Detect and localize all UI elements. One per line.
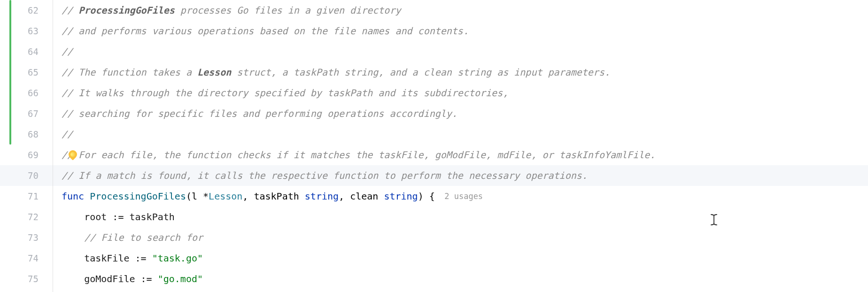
code-token: Lesson (197, 67, 231, 78)
gutter: 6263646566676869707172737475 (0, 0, 53, 292)
code-token: // File to search for (84, 232, 203, 243)
line-number: 71 (0, 186, 39, 207)
code-line[interactable]: // searching for specific files and perf… (62, 103, 457, 124)
code-token: // For each file, the function checks if… (62, 149, 655, 161)
code-line[interactable]: root := taskPath (62, 207, 175, 227)
code-token: struct, a taskPath string, and a clean s… (231, 67, 610, 78)
code-token: func (62, 191, 90, 202)
code-token: string (384, 191, 418, 202)
code-line[interactable]: // ProcessingGoFiles processes Go files … (62, 0, 401, 21)
code-token: , clean (339, 191, 384, 202)
code-token: ProcessingGoFiles (78, 5, 175, 16)
text-cursor-icon (711, 214, 717, 225)
code-token: // (62, 5, 78, 16)
line-number: 64 (0, 41, 39, 62)
code-token: // It walks through the directory specif… (62, 87, 508, 99)
code-token: ProcessingGoFiles (90, 191, 186, 202)
code-token: // (62, 129, 73, 140)
code-line[interactable]: func ProcessingGoFiles(l *Lesson, taskPa… (62, 186, 483, 207)
code-token: (l * (186, 191, 209, 202)
line-number: 66 (0, 83, 39, 103)
line-number: 62 (0, 0, 39, 21)
code-token: string (305, 191, 339, 202)
code-token: goModFile := (62, 273, 158, 284)
code-token: "task.go" (152, 253, 203, 264)
code-token: // The function takes a (62, 67, 197, 78)
line-number: 68 (0, 124, 39, 145)
code-line[interactable]: // The function takes a Lesson struct, a… (62, 62, 610, 83)
code-token: ) { (418, 191, 435, 202)
code-token: // (62, 46, 73, 57)
code-line[interactable]: // If a match is found, it calls the res… (62, 165, 588, 186)
code-token: 2 usages (435, 192, 483, 201)
code-line[interactable]: // File to search for (62, 227, 203, 248)
code-line[interactable]: // For each file, the function checks if… (62, 145, 655, 165)
code-token: "go.mod" (158, 273, 203, 284)
code-editor[interactable]: 6263646566676869707172737475 // Processi… (0, 0, 868, 292)
line-number: 69 (0, 145, 39, 165)
code-line[interactable]: taskFile := "task.go" (62, 248, 203, 269)
code-token: // If a match is found, it calls the res… (62, 170, 588, 181)
code-area[interactable]: // ProcessingGoFiles processes Go files … (53, 0, 868, 292)
line-number: 73 (0, 227, 39, 248)
line-number: 63 (0, 21, 39, 41)
code-token: // and performs various operations based… (62, 25, 469, 37)
line-number: 67 (0, 103, 39, 124)
code-line[interactable]: goModFile := "go.mod" (62, 269, 203, 289)
code-line[interactable]: // (62, 41, 73, 62)
code-token: Lesson (209, 191, 242, 202)
code-token: taskFile := (62, 253, 152, 264)
code-token: , taskPath (242, 191, 304, 202)
line-number: 75 (0, 269, 39, 289)
code-line[interactable]: // and performs various operations based… (62, 21, 469, 41)
code-token: processes Go files in a given directory (175, 5, 401, 16)
code-token: // searching for specific files and perf… (62, 108, 457, 119)
code-line[interactable]: // (62, 124, 73, 145)
code-token: root := taskPath (62, 211, 175, 223)
line-number: 70 (0, 165, 39, 186)
code-token (62, 232, 84, 243)
line-number: 72 (0, 207, 39, 227)
line-number: 65 (0, 62, 39, 83)
line-number: 74 (0, 248, 39, 269)
code-line[interactable]: // It walks through the directory specif… (62, 83, 508, 103)
